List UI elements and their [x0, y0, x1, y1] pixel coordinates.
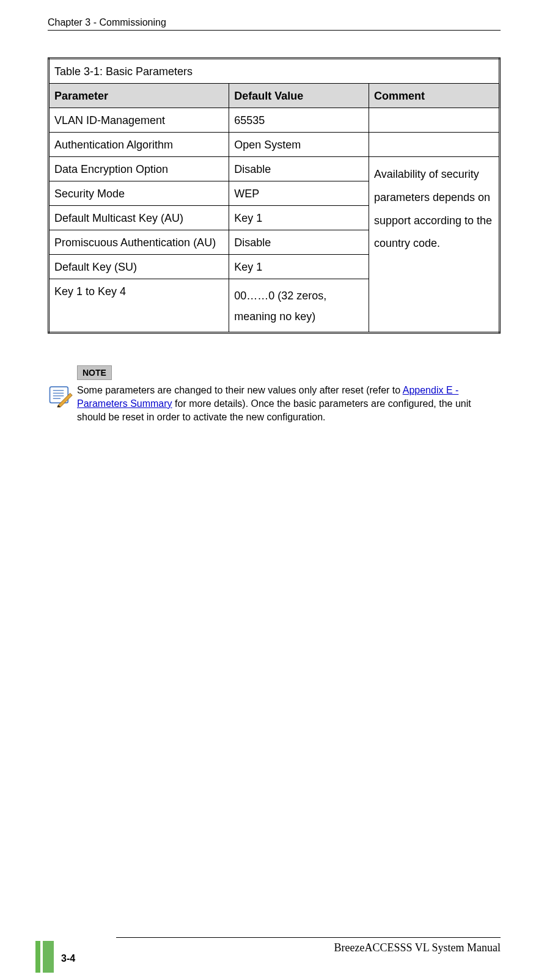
param-cell: Promiscuous Authentication (AU)	[49, 230, 229, 255]
comment-cell-merged: Availability of security parameters depe…	[369, 157, 499, 333]
chapter-title: Chapter 3 - Commissioning	[48, 17, 166, 27]
col-comment: Comment	[369, 84, 499, 108]
default-cell: Disable	[229, 157, 369, 181]
page-header: Chapter 3 - Commissioning	[48, 17, 501, 31]
default-cell: Key 1	[229, 255, 369, 279]
comment-cell	[369, 133, 499, 157]
note-pencil-icon	[48, 382, 73, 408]
default-cell: 65535	[229, 108, 369, 133]
footer-title: BreezeACCESSS VL System Manual	[116, 937, 501, 954]
table-row: Data Encryption Option Disable Availabil…	[49, 157, 500, 181]
appendix-link-1[interactable]: Appendix E -	[403, 385, 459, 395]
table-row: Authentication Algorithm Open System	[49, 133, 500, 157]
param-cell: Authentication Algorithm	[49, 133, 229, 157]
footer-decoration-bars	[35, 941, 54, 976]
content-area: Table 3-1: Basic Parameters Parameter De…	[48, 57, 501, 423]
default-cell: 00……0 (32 zeros, meaning no key)	[229, 279, 369, 333]
table-row: VLAN ID-Management 65535	[49, 108, 500, 133]
param-cell: Key 1 to Key 4	[49, 279, 229, 333]
note-icon-col	[48, 365, 77, 411]
comment-cell	[369, 108, 499, 133]
col-default-value: Default Value	[229, 84, 369, 108]
page-number: 3-4	[61, 953, 75, 964]
basic-parameters-table: Table 3-1: Basic Parameters Parameter De…	[48, 57, 501, 334]
col-parameter: Parameter	[49, 84, 229, 108]
note-content: NOTE Some parameters are changed to thei…	[77, 365, 501, 423]
green-bar-icon	[43, 941, 54, 973]
param-cell: Default Multicast Key (AU)	[49, 206, 229, 230]
default-cell: WEP	[229, 181, 369, 206]
table-title: Table 3-1: Basic Parameters	[49, 59, 500, 84]
default-cell: Key 1	[229, 206, 369, 230]
param-cell: Security Mode	[49, 181, 229, 206]
page-footer: BreezeACCESSS VL System Manual 3-4	[0, 937, 501, 954]
param-cell: Data Encryption Option	[49, 157, 229, 181]
note-text-pre: Some parameters are changed to their new…	[77, 385, 403, 395]
default-cell: Disable	[229, 230, 369, 255]
default-cell: Open System	[229, 133, 369, 157]
param-cell: VLAN ID-Management	[49, 108, 229, 133]
note-label: NOTE	[77, 365, 112, 380]
note-text: Some parameters are changed to their new…	[77, 384, 501, 423]
note-block: NOTE Some parameters are changed to thei…	[48, 365, 501, 423]
param-cell: Default Key (SU)	[49, 255, 229, 279]
appendix-link-2[interactable]: Parameters Summary	[77, 398, 172, 409]
table-header-row: Parameter Default Value Comment	[49, 84, 500, 108]
green-bar-icon	[35, 941, 40, 973]
